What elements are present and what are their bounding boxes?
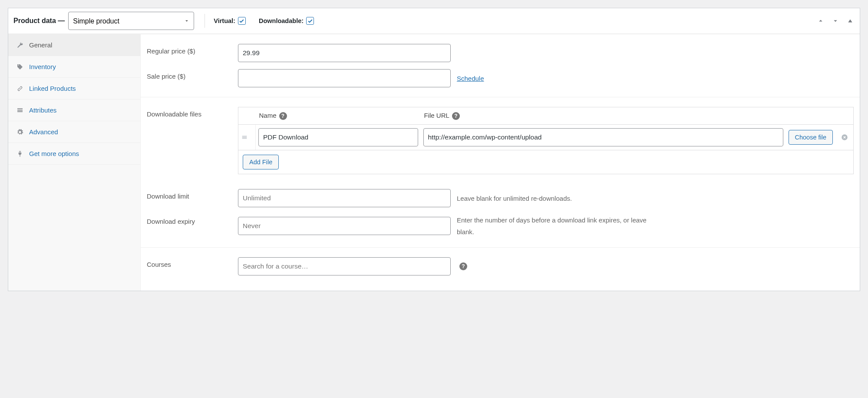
tab-get-more-options[interactable]: Get more options: [8, 143, 140, 165]
help-icon[interactable]: ?: [279, 112, 287, 120]
file-url-input[interactable]: [423, 128, 783, 146]
regular-price-input[interactable]: [238, 44, 451, 62]
add-file-button[interactable]: Add File: [243, 155, 279, 169]
download-limit-label: Download limit: [147, 189, 238, 200]
courses-search-input[interactable]: [238, 257, 451, 275]
virtual-checkbox[interactable]: [238, 17, 246, 25]
tab-advanced[interactable]: Advanced: [8, 121, 140, 143]
url-column-header: File URL: [424, 112, 449, 119]
downloadable-checkbox-label: Downloadable:: [259, 17, 314, 25]
product-type-select[interactable]: Simple product: [68, 12, 194, 30]
download-expiry-input[interactable]: [238, 217, 451, 235]
courses-label: Courses: [147, 257, 238, 268]
tab-inventory[interactable]: Inventory: [8, 56, 140, 78]
link-icon: [16, 85, 24, 92]
product-data-metabox: Product data — Simple product Virtual: D…: [8, 8, 860, 291]
file-name-input[interactable]: [258, 128, 418, 146]
divider: [205, 14, 205, 28]
schedule-link[interactable]: Schedule: [457, 75, 484, 82]
downloadable-checkbox[interactable]: [306, 17, 314, 25]
tag-icon: [16, 63, 24, 70]
metabox-title: Product data —: [13, 17, 65, 25]
product-data-tabs: General Inventory Linked Products Attrib…: [8, 34, 141, 291]
sale-price-label: Sale price ($): [147, 69, 238, 80]
list-icon: [16, 107, 24, 114]
general-panel: Regular price ($) Sale price ($) Schedul…: [141, 34, 860, 291]
virtual-checkbox-label: Virtual:: [214, 17, 246, 25]
file-row: Choose file: [238, 125, 854, 150]
panel-down-button[interactable]: [831, 17, 840, 25]
delete-row-icon[interactable]: [838, 125, 854, 150]
name-column-header: Name: [259, 112, 277, 119]
panel-up-button[interactable]: [816, 17, 825, 25]
download-limit-input[interactable]: [238, 189, 451, 207]
drag-handle-icon[interactable]: [238, 125, 256, 150]
gear-icon: [16, 129, 24, 136]
tab-linked-products[interactable]: Linked Products: [8, 78, 140, 100]
help-icon[interactable]: ?: [459, 262, 467, 270]
tab-attributes[interactable]: Attributes: [8, 100, 140, 121]
tab-general[interactable]: General: [8, 34, 140, 56]
regular-price-label: Regular price ($): [147, 44, 238, 55]
download-expiry-label: Download expiry: [147, 214, 238, 225]
wrench-icon: [16, 42, 24, 49]
choose-file-button[interactable]: Choose file: [789, 130, 833, 145]
metabox-header: Product data — Simple product Virtual: D…: [8, 8, 860, 34]
help-icon[interactable]: ?: [452, 112, 460, 120]
download-limit-description: Leave blank for unlimited re-downloads.: [457, 192, 572, 204]
download-expiry-description: Enter the number of days before a downlo…: [457, 214, 665, 238]
downloadable-files-table: Name? File URL?: [238, 107, 854, 174]
plug-icon: [16, 150, 24, 157]
panel-collapse-button[interactable]: [846, 17, 855, 25]
downloadable-files-label: Downloadable files: [147, 107, 238, 118]
sale-price-input[interactable]: [238, 69, 451, 87]
